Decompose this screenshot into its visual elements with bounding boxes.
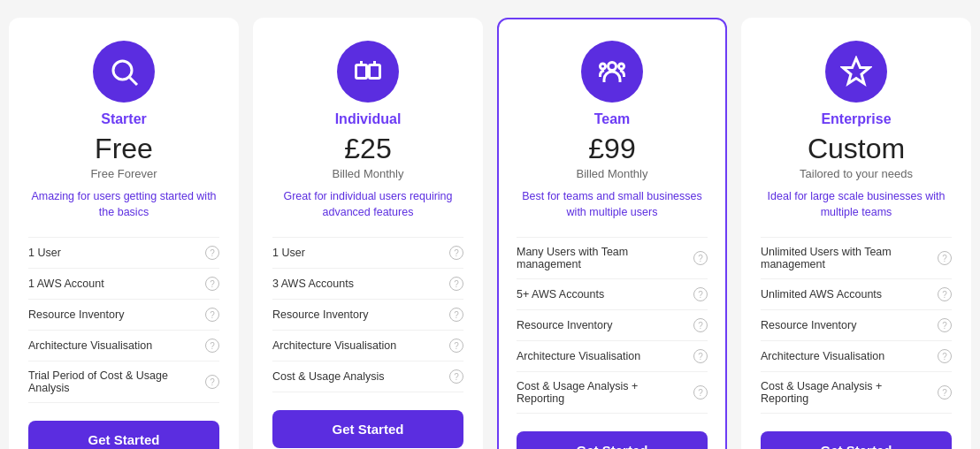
feature-text: Trial Period of Cost & Usage Analysis [28, 369, 200, 394]
feature-text: Architecture Visualisation [517, 350, 640, 362]
svg-point-8 [601, 64, 606, 69]
feature-item: Architecture Visualisation ? [272, 331, 463, 361]
features-list-individual: 1 User ? 3 AWS Accounts ? Resource Inven… [272, 237, 463, 392]
feature-text: Architecture Visualisation [272, 339, 396, 352]
info-icon[interactable]: ? [205, 277, 219, 291]
feature-text: Resource Inventory [517, 319, 612, 331]
pricing-container: Starter Free Free Forever Amazing for us… [9, 18, 971, 449]
info-icon[interactable]: ? [205, 375, 219, 389]
starter-icon [93, 41, 155, 103]
feature-text: Many Users with Team management [517, 246, 688, 270]
info-icon[interactable]: ? [205, 308, 219, 322]
feature-text: Cost & Usage Analysis + Reporting [517, 380, 688, 405]
individual-icon [337, 41, 399, 103]
plan-description-individual: Great for individual users requiring adv… [272, 189, 463, 221]
feature-item: Cost & Usage Analysis ? [272, 361, 463, 392]
svg-point-7 [619, 64, 624, 69]
info-icon[interactable]: ? [693, 318, 708, 332]
feature-text: Resource Inventory [272, 308, 368, 321]
plan-price-individual: £25 [344, 133, 391, 165]
features-list-starter: 1 User ? 1 AWS Account ? Resource Invent… [28, 237, 219, 403]
info-icon[interactable]: ? [449, 339, 463, 353]
feature-text: Resource Inventory [761, 319, 856, 331]
plan-billing-individual: Billed Monthly [333, 167, 404, 180]
info-icon[interactable]: ? [693, 385, 708, 400]
feature-item: Architecture Visualisation ? [28, 331, 219, 361]
feature-item: Unlimited Users with Team management ? [761, 237, 952, 279]
plan-price-starter: Free [95, 133, 153, 165]
feature-text: 3 AWS Accounts [272, 278, 354, 290]
plan-name-enterprise: Enterprise [821, 111, 891, 127]
info-icon[interactable]: ? [205, 246, 219, 260]
info-icon[interactable]: ? [938, 349, 952, 363]
feature-item: Cost & Usage Analysis + Reporting ? [517, 372, 708, 414]
plan-price-team: £99 [588, 133, 635, 165]
feature-text: 5+ AWS Accounts [517, 288, 604, 301]
info-icon[interactable]: ? [938, 287, 952, 301]
feature-text: Cost & Usage Analysis + Reporting [761, 380, 932, 405]
plan-name-team: Team [594, 111, 631, 127]
feature-item: Many Users with Team management ? [517, 237, 708, 279]
feature-text: Unlimited Users with Team management [761, 246, 932, 270]
team-icon [581, 41, 643, 103]
plan-description-enterprise: Ideal for large scale businesses with mu… [761, 189, 952, 221]
feature-text: 1 User [28, 247, 61, 259]
plan-billing-team: Billed Monthly [577, 167, 648, 180]
get-started-button-starter[interactable]: Get Started [28, 421, 219, 449]
features-list-team: Many Users with Team management ? 5+ AWS… [517, 237, 708, 414]
get-started-button-enterprise[interactable]: Get Started [761, 431, 952, 449]
svg-marker-9 [843, 58, 869, 84]
plan-card-individual: Individual £25 Billed Monthly Great for … [253, 18, 483, 449]
feature-item: Architecture Visualisation ? [517, 341, 708, 372]
plan-description-team: Best for teams and small businesses with… [517, 189, 708, 221]
feature-item: Resource Inventory ? [28, 300, 219, 331]
feature-item: Unlimited AWS Accounts ? [761, 279, 952, 310]
plan-name-starter: Starter [101, 111, 147, 127]
feature-item: 3 AWS Accounts ? [272, 269, 463, 300]
feature-item: Cost & Usage Analysis + Reporting ? [761, 372, 952, 414]
info-icon[interactable]: ? [938, 385, 952, 400]
plan-card-enterprise: Enterprise Custom Tailored to your needs… [741, 18, 971, 449]
svg-rect-3 [370, 65, 380, 79]
feature-text: Architecture Visualisation [761, 350, 884, 362]
info-icon[interactable]: ? [693, 287, 708, 301]
get-started-button-individual[interactable]: Get Started [272, 410, 463, 448]
info-icon[interactable]: ? [938, 318, 952, 332]
feature-text: Unlimited AWS Accounts [761, 288, 882, 301]
plan-card-starter: Starter Free Free Forever Amazing for us… [9, 18, 239, 449]
feature-text: 1 AWS Account [28, 278, 104, 290]
svg-point-0 [113, 61, 132, 80]
enterprise-icon [825, 41, 887, 103]
feature-item: Architecture Visualisation ? [761, 341, 952, 372]
info-icon[interactable]: ? [693, 349, 708, 363]
feature-item: 5+ AWS Accounts ? [517, 279, 708, 310]
plan-price-enterprise: Custom [808, 133, 905, 165]
info-icon[interactable]: ? [205, 339, 219, 353]
info-icon[interactable]: ? [449, 369, 463, 384]
feature-item: Resource Inventory ? [761, 310, 952, 341]
feature-item: 1 AWS Account ? [28, 269, 219, 300]
feature-text: Resource Inventory [28, 308, 124, 321]
feature-text: Cost & Usage Analysis [272, 370, 384, 383]
info-icon[interactable]: ? [449, 246, 463, 260]
plan-billing-enterprise: Tailored to your needs [800, 167, 913, 180]
svg-point-6 [609, 63, 616, 71]
info-icon[interactable]: ? [938, 251, 952, 265]
plan-description-starter: Amazing for users getting started with t… [28, 189, 219, 221]
feature-text: Architecture Visualisation [28, 339, 152, 352]
feature-item: Resource Inventory ? [272, 300, 463, 331]
svg-line-1 [130, 78, 137, 85]
plan-card-team: Team £99 Billed Monthly Best for teams a… [497, 18, 727, 449]
feature-item: 1 User ? [28, 237, 219, 269]
features-list-enterprise: Unlimited Users with Team management ? U… [761, 237, 952, 414]
get-started-button-team[interactable]: Get Started [517, 431, 708, 449]
info-icon[interactable]: ? [449, 277, 463, 291]
feature-text: 1 User [272, 247, 305, 259]
feature-item: Trial Period of Cost & Usage Analysis ? [28, 361, 219, 403]
feature-item: 1 User ? [272, 237, 463, 269]
plan-name-individual: Individual [335, 111, 402, 127]
plan-billing-starter: Free Forever [90, 167, 157, 180]
info-icon[interactable]: ? [693, 251, 708, 265]
svg-rect-2 [356, 65, 367, 79]
info-icon[interactable]: ? [449, 308, 463, 322]
